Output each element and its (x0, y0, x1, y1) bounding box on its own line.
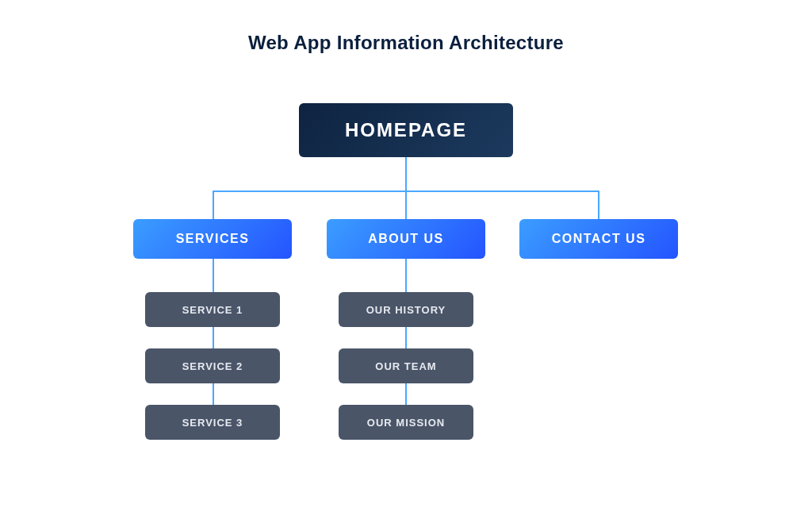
node-leaf-service-2: SERVICE 2 (145, 348, 280, 383)
diagram-title: Web App Information Architecture (0, 32, 812, 54)
node-leaf-our-mission: OUR MISSION (339, 405, 473, 440)
node-leaf-service-3: SERVICE 3 (145, 405, 280, 440)
node-branch-about-us: ABOUT US (327, 219, 485, 259)
connector (405, 190, 407, 219)
node-leaf-label: OUR MISSION (367, 417, 445, 429)
node-root-label: HOMEPAGE (345, 119, 467, 141)
node-leaf-label: OUR TEAM (375, 360, 436, 372)
connector (405, 157, 407, 190)
node-leaf-label: OUR HISTORY (366, 304, 446, 316)
node-branch-label: SERVICES (176, 232, 250, 246)
node-leaf-our-history: OUR HISTORY (339, 292, 473, 327)
node-root-homepage: HOMEPAGE (299, 103, 513, 157)
node-leaf-label: SERVICE 3 (182, 417, 243, 429)
node-branch-services: SERVICES (133, 219, 292, 259)
node-branch-label: ABOUT US (368, 232, 444, 246)
node-leaf-service-1: SERVICE 1 (145, 292, 280, 327)
node-leaf-label: SERVICE 1 (182, 304, 243, 316)
node-branch-label: CONTACT US (552, 232, 646, 246)
connector (598, 190, 599, 219)
node-leaf-our-team: OUR TEAM (339, 348, 473, 383)
connector (213, 190, 214, 219)
node-leaf-label: SERVICE 2 (182, 360, 243, 372)
node-branch-contact-us: CONTACT US (519, 219, 678, 259)
